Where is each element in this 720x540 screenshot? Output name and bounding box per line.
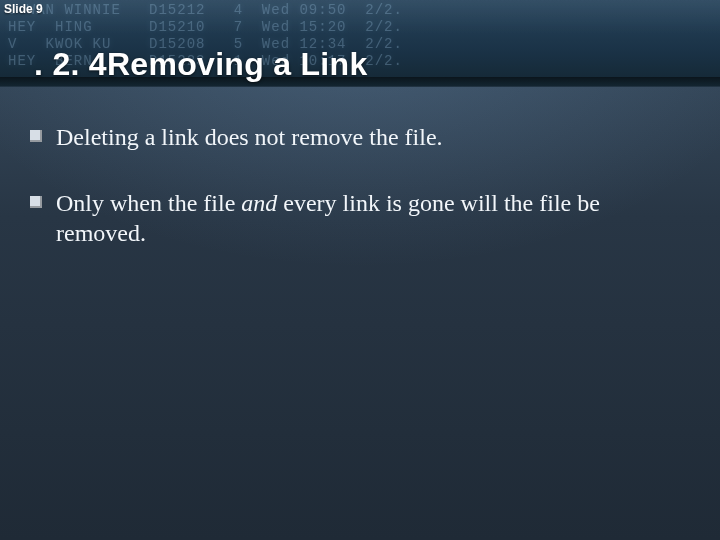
slide-number: Slide 9 xyxy=(4,2,43,16)
bullet-marker-icon xyxy=(30,196,42,208)
bullet-item: Only when the file and every link is gon… xyxy=(30,188,680,248)
content-area: Deleting a link does not remove the file… xyxy=(30,122,680,284)
bullet-marker-icon xyxy=(30,130,42,142)
slide-title: . 2. 4Removing a Link xyxy=(34,46,368,83)
bullet-text: Deleting a link does not remove the file… xyxy=(56,122,680,152)
bullet-text: Only when the file and every link is gon… xyxy=(56,188,680,248)
slide: U WAN WINNIE D15212 4 Wed 09:50 2/2. HEY… xyxy=(0,0,720,540)
bullet-item: Deleting a link does not remove the file… xyxy=(30,122,680,152)
